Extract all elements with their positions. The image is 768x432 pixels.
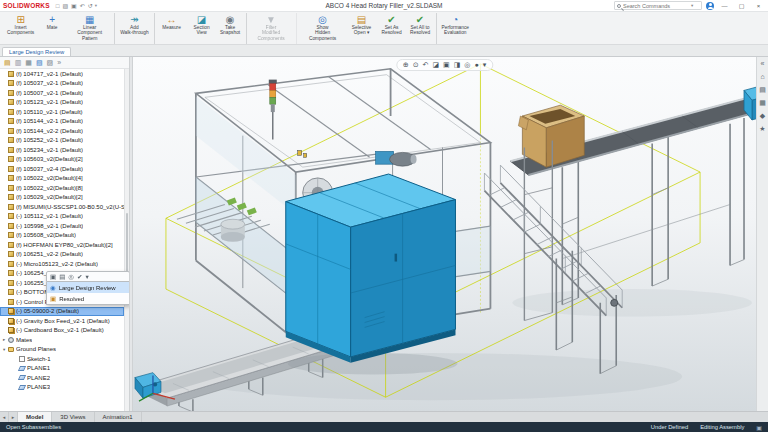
- tree-item[interactable]: (f) 105608_v2(Default): [0, 231, 124, 241]
- tree-scrollbar[interactable]: [124, 69, 129, 411]
- ribbon-button-icon: +: [49, 14, 55, 25]
- tree-item[interactable]: (f) MISUMI(U-SSCSP1.00-B0.50_v2(U-SSCSP1…: [0, 202, 124, 212]
- featuremanager-tab[interactable]: ▤: [4, 58, 11, 67]
- taskpane-collapse-icon[interactable]: «: [761, 60, 765, 68]
- tree-item[interactable]: (f) 106251_v2-2 (Default): [0, 250, 124, 260]
- tree-item[interactable]: (f) 105123_v2-1 (Default): [0, 98, 124, 108]
- tree-item[interactable]: PLANE1: [0, 364, 124, 374]
- design-library-icon[interactable]: ▤: [759, 86, 766, 94]
- menu-item-resolved[interactable]: ▣ Resolved: [47, 293, 129, 304]
- tab-scroll-right-icon[interactable]: ▸: [9, 412, 18, 422]
- rebuild-icon[interactable]: ↺: [88, 3, 93, 9]
- context-more-icon[interactable]: ▾: [85, 273, 88, 281]
- tree-item[interactable]: (f) 105007_v2-1 (Default): [0, 88, 124, 98]
- tree-item[interactable]: PLANE2: [0, 373, 124, 383]
- tree-item[interactable]: (f) 105144_v2-1 (Default): [0, 117, 124, 127]
- tree-item[interactable]: (f) 105037_v2-4 (Default): [0, 164, 124, 174]
- status-tag-icon[interactable]: ▣: [756, 424, 762, 431]
- tree-item[interactable]: (f) 105603_v2(Default)[2]: [0, 155, 124, 165]
- open-icon[interactable]: ▨: [62, 3, 68, 9]
- tree-item[interactable]: (-) Gravity Box Feed_v2-1 (Default): [0, 316, 124, 326]
- tank-component[interactable]: [221, 219, 245, 242]
- tree-item[interactable]: (f) 105234_v2-1 (Default): [0, 145, 124, 155]
- close-button[interactable]: ×: [752, 1, 765, 11]
- display-style-icon[interactable]: ◨: [454, 61, 461, 69]
- tree-item[interactable]: (f) 104717_v2-1 (Default): [0, 69, 124, 79]
- maximize-button[interactable]: ▢: [735, 1, 748, 11]
- appearances-icon[interactable]: ●: [474, 61, 478, 69]
- file-explorer-icon[interactable]: ▦: [759, 99, 766, 107]
- new-document-icon[interactable]: □: [56, 3, 60, 9]
- filter-modified-components-button[interactable]: ▼ Filter Modified Components: [249, 13, 297, 44]
- section-view-button[interactable]: ◪ Section View: [187, 13, 217, 44]
- tree-item[interactable]: (f) 105022_v2(Default)[8]: [0, 183, 124, 193]
- tree-item[interactable]: (-) 105112_v2-1 (Default): [0, 212, 124, 222]
- tree-item[interactable]: (f) 105022_v2(Default)[4]: [0, 174, 124, 184]
- tree-item[interactable]: (f) 105110_v2-1 (Default): [0, 107, 124, 117]
- context-isolate-icon[interactable]: ▤: [59, 273, 65, 281]
- insert-components-button[interactable]: ⊞ Insert Components: [4, 13, 37, 44]
- measure-button[interactable]: ↔ Measure: [157, 13, 187, 44]
- command-search-box[interactable]: ▾: [614, 1, 702, 10]
- zoom-to-fit-icon[interactable]: ⊕: [403, 61, 409, 69]
- save-icon[interactable]: ▣: [71, 3, 77, 9]
- quick-access-caret-icon[interactable]: ▾: [95, 3, 97, 8]
- search-caret-icon[interactable]: ▾: [691, 3, 693, 8]
- context-open-icon[interactable]: ▣: [50, 273, 56, 281]
- tree-item[interactable]: (-) Micro105123_v2-2 (Default): [0, 259, 124, 269]
- take-snapshot-button[interactable]: ◉ Take Snapshot: [217, 13, 247, 44]
- tree-item[interactable]: ▾ Ground Planes: [0, 345, 124, 355]
- add-walk-through-button[interactable]: ↠ Add Walk-through: [117, 13, 154, 44]
- tab-scroll-left-icon[interactable]: ◂: [0, 412, 9, 422]
- tab-animation1[interactable]: Animation1: [95, 412, 142, 422]
- main-area: ▤▥▦▧▨» (f) 104717_v2-1 (Default) (f) 105…: [0, 57, 768, 411]
- show-hidden-components-button[interactable]: ◎ Show Hidden Components: [299, 13, 347, 44]
- user-account-icon[interactable]: [706, 2, 714, 10]
- tree-item[interactable]: ▸ Mates: [0, 335, 124, 345]
- tree-item[interactable]: (f) 105144_v2-2 (Default): [0, 126, 124, 136]
- linear-component-pattern-button[interactable]: ▦ Linear Component Pattern: [67, 13, 115, 44]
- configurationmanager-tab[interactable]: ▦: [25, 58, 32, 67]
- tree-item[interactable]: (-) 105998_v2-1 (Default): [0, 221, 124, 231]
- appearances-scenes-icon[interactable]: ◆: [760, 112, 765, 120]
- set-as-resolved-button[interactable]: ✔ Set As Resolved: [377, 13, 407, 44]
- performance-evaluation-button[interactable]: ◔ Performance Evaluation: [439, 13, 472, 44]
- tree-item[interactable]: (f) 105252_v2-1 (Default): [0, 136, 124, 146]
- selective-open-button[interactable]: ▤ Selective Open ▾: [347, 13, 377, 44]
- dimxpertmanager-tab[interactable]: ▧: [36, 58, 43, 67]
- previous-view-icon[interactable]: ↶: [423, 61, 429, 69]
- solidworks-resources-icon[interactable]: ⌂: [760, 73, 764, 81]
- tab-model[interactable]: Model: [18, 412, 52, 422]
- ribbon-button-icon: ✔: [416, 14, 424, 25]
- hide-show-items-icon[interactable]: ◎: [464, 61, 470, 69]
- tab-3d-views[interactable]: 3D Views: [52, 412, 94, 422]
- search-input[interactable]: [623, 3, 689, 9]
- cardboard-box[interactable]: [518, 105, 584, 167]
- view-settings-caret[interactable]: ▾: [483, 61, 487, 69]
- incline-conveyor[interactable]: [484, 165, 622, 373]
- tree-item[interactable]: (-) Cardboard Box_v2-1 (Default): [0, 326, 124, 336]
- section-view-icon[interactable]: ◪: [432, 61, 439, 69]
- displaymanager-tab[interactable]: ▨: [47, 58, 54, 67]
- tree-item[interactable]: PLANE3: [0, 383, 124, 393]
- panel-tabs-overflow[interactable]: »: [57, 58, 61, 67]
- zoom-to-area-icon[interactable]: ⊙: [413, 61, 419, 69]
- minimize-button[interactable]: —: [718, 1, 731, 11]
- tab-large-design-review[interactable]: Large Design Review: [2, 47, 71, 56]
- tree-item[interactable]: (f) 105037_v2-1 (Default): [0, 79, 124, 89]
- mate-button[interactable]: + Mate: [37, 13, 67, 44]
- view-orientation-icon[interactable]: ▣: [443, 61, 450, 69]
- tree-item[interactable]: (f) HOFFMAN EYP80_v2(Default)[2]: [0, 240, 124, 250]
- component-type-icon: [8, 156, 14, 162]
- tree-item[interactable]: Sketch-1: [0, 354, 124, 364]
- set-all-to-resolved-button[interactable]: ✔ Set All to Resolved: [407, 13, 437, 44]
- graphics-area[interactable]: ⊕⊙↶◪▣◨◎●▾: [133, 57, 756, 411]
- custom-properties-icon[interactable]: ★: [759, 125, 765, 133]
- context-resolve-icon[interactable]: ✔: [77, 273, 82, 281]
- propertymanager-tab[interactable]: ▥: [15, 58, 22, 67]
- context-hide-icon[interactable]: ◎: [68, 273, 74, 281]
- tree-item[interactable]: (-) 05-09000-2 (Default): [0, 307, 124, 317]
- menu-item-large-design-review[interactable]: ◉ Large Design Review: [47, 282, 129, 293]
- tree-item[interactable]: (f) 105029_v2(Default)[2]: [0, 193, 124, 203]
- undo-icon[interactable]: ↶: [80, 3, 85, 9]
